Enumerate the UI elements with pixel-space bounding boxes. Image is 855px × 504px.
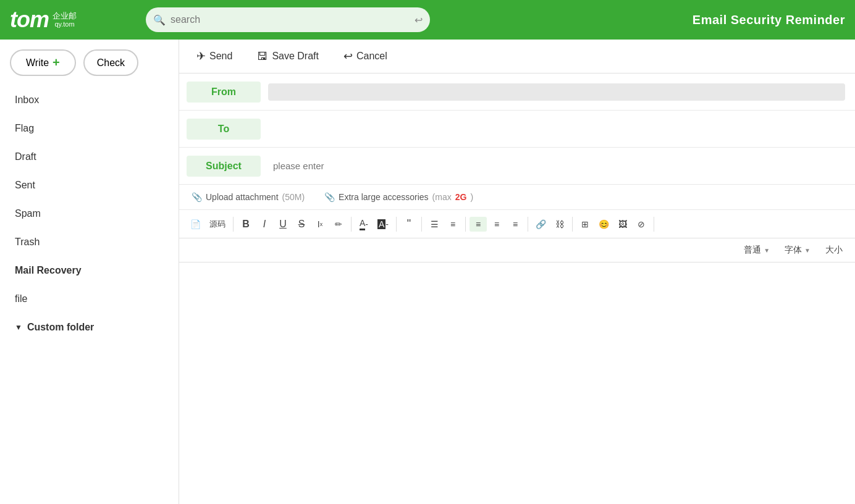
toolbar-divider-1 [233,217,234,232]
unordered-list-button[interactable]: ☰ [426,217,443,232]
source-label-button[interactable]: 源码 [206,216,229,232]
font-style-arrow: ▼ [764,247,770,254]
align-right-button[interactable]: ≡ [507,217,524,232]
toolbar-divider-4 [421,217,422,232]
sidebar-item-spam[interactable]: Spam [0,200,179,228]
link-button[interactable]: 🔗 [532,217,550,232]
strikethrough-button[interactable]: S [293,216,310,232]
toolbar-divider-6 [528,217,528,232]
sidebar: Write + Check Inbox Flag Draft Sent Spam… [0,40,179,504]
chevron-down-icon: ▼ [15,323,22,332]
font-family-dropdown[interactable]: 字体 ▼ [780,242,815,258]
upload-attachment-label: Upload attachment [206,192,279,202]
custom-folder-label: Custom folder [27,322,94,333]
extra-attachment-label: Extra large accessories [339,192,429,202]
toolbar-divider-2 [351,217,352,232]
search-icon: 🔍 [153,14,166,26]
extra-attachment-post: ) [470,192,473,202]
bold-button[interactable]: B [237,216,255,232]
font-family-arrow: ▼ [804,247,811,254]
check-label: Check [97,57,125,68]
from-value [268,83,845,101]
cancel-button[interactable]: ↩ Cancel [339,47,392,65]
check-button[interactable]: Check [83,49,138,76]
plus-icon: + [53,56,60,70]
save-draft-button[interactable]: 🖫 Save Draft [252,48,324,65]
header-title: Email Security Reminder [693,13,845,27]
subject-input[interactable] [268,156,855,176]
sidebar-item-inbox[interactable]: Inbox [0,86,179,114]
logo-area: tom 企业邮 qy.tom [10,7,133,33]
underline-button[interactable]: U [274,216,292,232]
attachment-row: 📎 Upload attachment (50M) 📎 Extra large … [179,185,855,210]
cancel-label: Cancel [356,51,387,62]
sidebar-item-trash[interactable]: Trash [0,228,179,256]
extra-attachment-pre: (max [432,192,452,202]
editor-toolbar: 📄 源码 B I U S Ix ✏ A - A - " ☰ ≡ ≡ ≡ ≡ 🔗 … [179,210,855,238]
source-code-button[interactable]: 📄 [187,217,204,232]
toolbar-divider-5 [465,217,466,232]
editor-toolbar-row2: 普通 ▼ 字体 ▼ 大小 [179,238,855,262]
search-enter-icon[interactable]: ↩ [415,14,423,26]
upload-attachment-button[interactable]: 📎 Upload attachment (50M) [192,192,305,202]
paperclip-extra-icon: 📎 [324,192,335,202]
search-input[interactable] [171,14,415,25]
header: tom 企业邮 qy.tom 🔍 ↩ Email Security Remind… [0,0,855,40]
from-label: From [187,82,261,103]
search-bar[interactable]: 🔍 ↩ [146,7,430,32]
sidebar-item-sent[interactable]: Sent [0,171,179,200]
send-icon: ✈ [196,49,206,63]
more-button[interactable]: ⊘ [633,217,650,232]
unlink-button[interactable]: ⛓ [551,217,568,232]
write-label: Write [26,57,49,69]
font-style-dropdown[interactable]: 普通 ▼ [739,242,775,258]
font-color-button[interactable]: A - [355,216,373,233]
save-draft-label: Save Draft [272,51,319,62]
send-button[interactable]: ✈ Send [192,47,237,65]
emoji-button[interactable]: 😊 [595,217,613,232]
logo-enterprise: 企业邮 qy.tom [53,11,77,29]
email-form: From To Subject [179,74,855,185]
attachment-size: (50M) [282,192,305,202]
save-draft-icon: 🖫 [257,50,268,63]
sidebar-item-file[interactable]: file [0,285,179,313]
font-style-label: 普通 [744,245,761,256]
ordered-list-button[interactable]: ≡ [444,217,461,232]
clear-format-button[interactable]: Ix [311,217,329,232]
paperclip-icon: 📎 [192,192,202,202]
sidebar-item-mail-recovery[interactable]: Mail Recovery [0,256,179,285]
sidebar-item-draft[interactable]: Draft [0,143,179,171]
align-left-button[interactable]: ≡ [470,217,487,232]
cancel-icon: ↩ [343,49,353,63]
sidebar-nav: Inbox Flag Draft Sent Spam Trash Mail Re… [0,86,179,342]
to-row: To [179,111,855,148]
italic-button[interactable]: I [256,216,273,232]
to-input[interactable] [268,119,855,139]
align-center-button[interactable]: ≡ [488,217,505,232]
logo-cn: 企业邮 [53,11,77,21]
font-size-dropdown[interactable]: 大小 [820,242,848,258]
extra-attachment-button[interactable]: 📎 Extra large accessories (max 2G) [324,192,473,202]
compose-toolbar: ✈ Send 🖫 Save Draft ↩ Cancel [179,40,855,74]
extra-attachment-size: 2G [455,192,467,202]
editor-body[interactable] [179,262,855,504]
send-label: Send [209,51,232,62]
main-layout: Write + Check Inbox Flag Draft Sent Spam… [0,40,855,504]
bg-color-button[interactable]: A - [374,217,392,232]
toolbar-divider-3 [396,217,397,232]
write-button[interactable]: Write + [10,49,76,76]
from-row: From [179,74,855,111]
logo-en: qy.tom [54,20,74,28]
sidebar-actions: Write + Check [0,49,179,86]
image-button[interactable]: 🖼 [614,217,631,232]
sidebar-item-flag[interactable]: Flag [0,114,179,143]
logo-tom: tom [10,7,49,33]
font-family-label: 字体 [785,245,802,256]
subject-row: Subject [179,148,855,185]
blockquote-button[interactable]: " [400,215,418,233]
table-button[interactable]: ⊞ [576,217,594,232]
content-area: ✈ Send 🖫 Save Draft ↩ Cancel From To [179,40,855,504]
brush-button[interactable]: ✏ [330,217,347,232]
toolbar-divider-7 [572,217,573,232]
sidebar-item-custom-folder[interactable]: ▼ Custom folder [0,313,179,342]
